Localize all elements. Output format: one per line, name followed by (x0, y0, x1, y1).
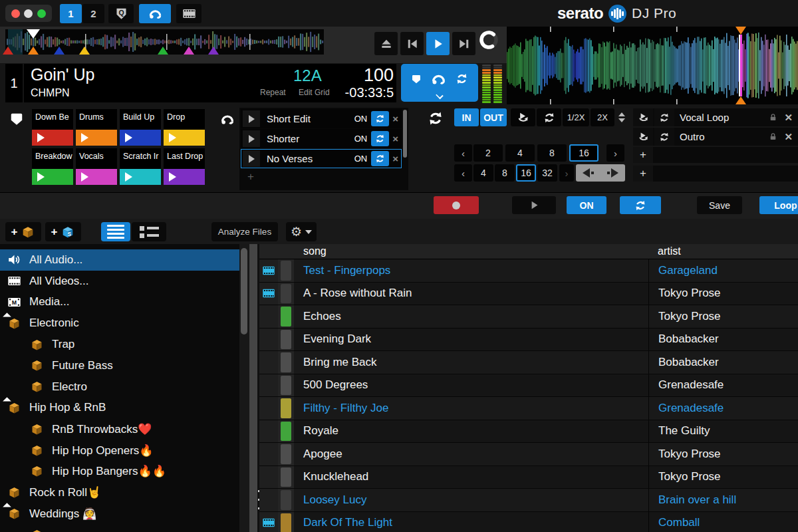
sidebar-item-hip-hop-bangers[interactable]: Hip Hop Bangers🔥🔥 (0, 461, 239, 482)
detail-view-button[interactable] (132, 222, 166, 241)
saved-loop-row[interactable]: ShorterON× (241, 129, 402, 148)
flip-save-button[interactable]: Save (697, 196, 742, 214)
loop-in-button[interactable]: IN (454, 108, 479, 126)
zoom-window-button[interactable] (37, 9, 46, 18)
sidebar-item-rock-n-roll[interactable]: Rock n Roll🤘 (0, 482, 239, 503)
flip-delete-button[interactable]: ✕ (784, 112, 793, 124)
add-crate-button[interactable]: + (5, 222, 41, 241)
table-row[interactable]: Dark Of The LightComball (259, 512, 798, 532)
main-waveform[interactable] (507, 27, 798, 104)
saved-loop-row[interactable]: No VersesON× (241, 149, 402, 168)
track-overview-waveform[interactable] (5, 29, 324, 55)
sidebar-item-media[interactable]: Media... (0, 292, 239, 313)
cue-pad-3[interactable]: Build Up (120, 109, 161, 146)
panel-divider[interactable] (249, 244, 257, 532)
next-track-button[interactable] (452, 32, 475, 55)
beats-8-button[interactable]: 8 (495, 164, 515, 182)
table-row[interactable]: A - Rose without RainTokyo Prose (259, 283, 798, 306)
table-row[interactable]: Bring me BackBobabacker (259, 351, 798, 374)
beats-16-button[interactable]: 16 (516, 164, 536, 182)
cue-pad-2[interactable]: Drums (76, 109, 117, 146)
sidebar-item-electronic[interactable]: Electronic (0, 313, 239, 334)
record-button[interactable] (434, 196, 479, 214)
sidebar-item-trap[interactable]: Trap (0, 334, 239, 355)
sidebar-item-partial[interactable] (0, 524, 239, 532)
column-header-artist[interactable]: artist (648, 245, 798, 257)
cue-trigger[interactable] (32, 130, 73, 146)
loop-enable-button[interactable] (371, 111, 389, 126)
beats-next-button[interactable]: › (606, 144, 624, 162)
table-row[interactable]: RoyaleThe Guilty (259, 420, 798, 444)
add-smart-crate-button[interactable]: + (45, 222, 81, 241)
fx-panel-button[interactable] (108, 4, 134, 23)
scrollbar-thumb[interactable] (241, 248, 247, 334)
cue-trigger[interactable] (120, 169, 161, 185)
cue-trigger[interactable] (164, 169, 205, 185)
delete-loop-button[interactable]: × (392, 133, 398, 144)
cue-pad-6[interactable]: Vocals (76, 148, 117, 185)
cue-trigger[interactable] (76, 130, 117, 146)
saved-loops-scrollbar[interactable] (403, 110, 407, 158)
library-settings-button[interactable]: ⚙ (286, 222, 317, 241)
beats-2-button[interactable]: 2 (473, 144, 503, 162)
sidebar-item-weddings[interactable]: Weddings 👰 (0, 503, 239, 525)
eject-button[interactable] (374, 32, 398, 55)
video-panel-button[interactable] (176, 4, 201, 23)
autoloop-play-button[interactable] (511, 108, 535, 126)
minimize-window-button[interactable] (24, 9, 33, 18)
beats-prev-button[interactable]: ‹ (454, 144, 472, 162)
cue-pad-8[interactable]: Last Drop (164, 148, 205, 185)
cue-pad-4[interactable]: Drop (164, 109, 205, 146)
play-button[interactable] (426, 32, 450, 55)
flip-play-loop-button[interactable] (633, 108, 653, 126)
cue-pad-5[interactable]: Breakdow (32, 148, 73, 185)
beats-16-button[interactable]: 16 (569, 144, 598, 162)
cue-trigger[interactable] (120, 130, 161, 146)
flip-loop-button[interactable] (620, 196, 661, 214)
flip-delete-button[interactable]: ✕ (784, 131, 793, 143)
loop-play-button[interactable] (243, 110, 260, 127)
loop-half-button[interactable]: 1/2X (563, 108, 589, 126)
list-view-button[interactable] (101, 222, 130, 241)
loops-mode-icon[interactable] (456, 72, 468, 85)
stepper-up-icon[interactable] (618, 112, 625, 116)
delete-loop-button[interactable]: × (392, 153, 398, 164)
previous-track-button[interactable] (400, 32, 424, 55)
loop-toggle-button[interactable] (537, 108, 561, 126)
sidebar-item-electro[interactable]: Electro (0, 376, 239, 398)
table-row[interactable]: Loosey LucyBrain over a hill (259, 489, 798, 512)
table-row[interactable]: KnuckleheadTokyo Prose (259, 466, 798, 489)
beats-next-button[interactable]: › (559, 164, 574, 182)
add-loop-row[interactable]: + (241, 169, 402, 185)
lock-icon[interactable] (769, 132, 777, 141)
cues-mode-icon[interactable] (411, 74, 422, 84)
loop-enable-button[interactable] (371, 131, 389, 146)
sidebar-item-all-audio[interactable]: All Audio... (0, 249, 239, 271)
flip-add-row[interactable]: + (633, 147, 798, 163)
loop-play-button[interactable] (243, 150, 260, 167)
sidebar-item-hip-hop-rnb[interactable]: Hip Hop & RnB (0, 398, 239, 419)
sidebar-item-all-videos[interactable]: All Videos... (0, 271, 239, 292)
sidebar-item-future-bass[interactable]: Future Bass (0, 355, 239, 376)
loop-double-button[interactable]: 2X (591, 108, 614, 126)
table-row[interactable]: Test - FingerpopsGarageland (259, 259, 798, 283)
pad-mode-panel[interactable] (401, 64, 478, 102)
beat-jump-forward-button[interactable] (600, 164, 625, 182)
deck-display-button-1[interactable]: 1 (60, 4, 82, 23)
repeat-label[interactable]: Repeat (260, 88, 286, 97)
beats-4-button[interactable]: 4 (473, 164, 493, 182)
loop-out-button[interactable]: OUT (480, 108, 507, 126)
loop-slot-button[interactable]: Loop S (759, 196, 798, 214)
table-row[interactable]: Filthy - Filthy JoeGrenadesafe (259, 397, 798, 420)
beats-4-button[interactable]: 4 (505, 144, 535, 162)
cue-trigger[interactable] (164, 130, 205, 146)
sidebar-item-hip-hop-openers[interactable]: Hip Hop Openers🔥 (0, 440, 239, 461)
saved-loop-row[interactable]: Short EditON× (241, 109, 402, 128)
beats-32-button[interactable]: 32 (537, 164, 557, 182)
practice-mode-button[interactable] (139, 4, 171, 23)
flip-slot-row[interactable]: Outro✕ (633, 128, 798, 146)
table-row[interactable]: Evening DarkBobabacker (259, 329, 798, 352)
sidebar-item-rnb-throwbacks[interactable]: RnB Throwbacks❤️ (0, 418, 239, 440)
flip-slot-row[interactable]: Vocal Loop✕ (633, 108, 798, 126)
close-window-button[interactable] (11, 9, 20, 18)
